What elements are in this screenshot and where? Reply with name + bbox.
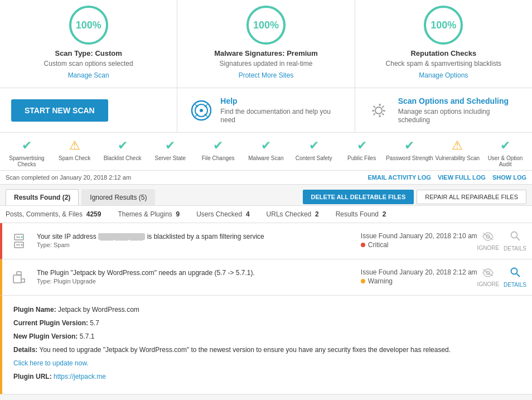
stat-title-1: Malware Signatures: Premium bbox=[186, 49, 346, 57]
status-links: EMAIL ACTIVITY LOG VIEW FULL LOG SHOW LO… bbox=[367, 174, 526, 181]
circle-container-2: 100% bbox=[364, 6, 524, 45]
scan-options-title-link[interactable]: Scan Options and Scheduling bbox=[398, 97, 521, 105]
result-item-warning: The Plugin "Jetpack by WordPress.com" ne… bbox=[0, 259, 532, 296]
gear-icon bbox=[366, 98, 391, 123]
new-version-value: 5.7.1 bbox=[80, 332, 95, 340]
scan-options-desc: Manage scan options including scheduling bbox=[398, 108, 490, 124]
posts-summary: Posts, Comments, & Files 4259 bbox=[6, 210, 101, 218]
delete-all-button[interactable]: DELETE ALL DELETABLE FILES bbox=[303, 190, 414, 204]
details-value: You need to upgrade "Jetpack by WordPres… bbox=[39, 346, 451, 354]
ignore-button-warning[interactable]: IGNORE bbox=[477, 267, 499, 287]
themes-summary: Themes & Plugins 9 bbox=[118, 210, 180, 218]
step-icon-8: ✔ bbox=[404, 138, 414, 153]
plugin-name-value: Jetpack by WordPress.com bbox=[58, 306, 139, 314]
search-icon-critical bbox=[510, 230, 521, 244]
step-label-1: Spam Check bbox=[59, 155, 90, 161]
stat-card-0: 100% Scan Type: Custom Custom scan optio… bbox=[0, 0, 177, 88]
svg-point-16 bbox=[511, 232, 517, 238]
scan-steps: ✔ Spamvertising Checks ⚠ Spam Check ✔ Bl… bbox=[0, 133, 532, 171]
urls-summary: URLs Checked 2 bbox=[267, 210, 319, 218]
svg-point-11 bbox=[21, 244, 23, 246]
warning-message: The Plugin "Jetpack by WordPress.com" ne… bbox=[37, 269, 361, 277]
tab-ignored-results[interactable]: Ignored Results (5) bbox=[81, 189, 155, 205]
stats-row: 100% Scan Type: Custom Custom scan optio… bbox=[0, 0, 532, 88]
result-actions-critical: IGNORE DETAILS bbox=[477, 230, 526, 252]
step-icon-9: ⚠ bbox=[452, 138, 463, 153]
details-label-critical: DETAILS bbox=[504, 245, 526, 252]
ignore-button-critical[interactable]: IGNORE bbox=[477, 231, 499, 251]
result-actions-warning: IGNORE DETAILS bbox=[477, 267, 526, 288]
stat-card-1: 100% Malware Signatures: Premium Signatu… bbox=[177, 0, 355, 88]
click-update-link[interactable]: Click here to update now. bbox=[13, 359, 89, 367]
svg-rect-18 bbox=[13, 275, 21, 283]
step-label-8: Password Strength bbox=[386, 155, 433, 161]
eye-icon bbox=[482, 231, 494, 244]
repair-all-button[interactable]: REPAIR ALL REPAIRABLE FILES bbox=[417, 190, 526, 204]
result-icon-plugin bbox=[8, 266, 30, 288]
svg-point-6 bbox=[200, 109, 203, 112]
scan-step-3: ✔ Server State bbox=[146, 138, 194, 161]
eye-icon-warning bbox=[482, 267, 494, 280]
new-version-label: New Plugin Version: bbox=[13, 332, 78, 340]
tabs-row: Results Found (2) Ignored Results (5) DE… bbox=[0, 185, 532, 206]
view-full-log-link[interactable]: VIEW FULL LOG bbox=[438, 174, 486, 181]
step-label-10: User & Option Audit bbox=[481, 155, 529, 167]
circle-1: 100% bbox=[246, 6, 286, 45]
manage-options-link[interactable]: Manage Options bbox=[419, 71, 468, 79]
critical-message-suffix: is blacklisted by a spam filtering servi… bbox=[147, 233, 264, 240]
svg-point-7 bbox=[375, 107, 382, 114]
scan-step-2: ✔ Blacklist Check bbox=[99, 138, 147, 161]
result-meta-warning: Issue Found January 20, 2018 2:12 am War… bbox=[361, 268, 477, 286]
help-desc: Find the documentation and help you need bbox=[220, 108, 330, 124]
email-activity-log-link[interactable]: EMAIL ACTIVITY LOG bbox=[367, 174, 431, 181]
show-log-link[interactable]: SHOW LOG bbox=[492, 174, 526, 181]
status-bar: Scan completed on January 20, 2018 2:12 … bbox=[0, 171, 532, 185]
step-label-0: Spamvertising Checks bbox=[3, 155, 51, 167]
current-version-label: Current Plugin Version: bbox=[13, 319, 88, 327]
plugin-url-link[interactable]: https://jetpack.me bbox=[54, 373, 106, 380]
scan-options-text: Scan Options and Scheduling Manage scan … bbox=[398, 97, 521, 124]
details-button-critical[interactable]: DETAILS bbox=[504, 230, 526, 252]
step-label-2: Blacklist Check bbox=[104, 155, 142, 161]
stat-title-2: Reputation Checks bbox=[364, 49, 524, 57]
plugin-name-label: Plugin Name: bbox=[13, 306, 56, 314]
svg-rect-19 bbox=[17, 272, 21, 275]
step-label-3: Server State bbox=[155, 155, 186, 161]
scan-step-10: ✔ User & Option Audit bbox=[481, 138, 529, 167]
action-bar: START NEW SCAN Help Find the documentati… bbox=[0, 88, 532, 133]
details-button-warning[interactable]: DETAILS bbox=[504, 267, 526, 288]
critical-message-prefix: Your site IP address bbox=[37, 233, 98, 240]
step-icon-0: ✔ bbox=[22, 138, 32, 153]
critical-type-label: Type: Spam bbox=[37, 242, 361, 248]
step-label-9: Vulnerability Scan bbox=[435, 155, 480, 161]
warning-type-label: Type: Plugin Upgrade bbox=[37, 278, 361, 285]
search-icon-warning bbox=[510, 267, 521, 281]
circle-container-1: 100% bbox=[186, 6, 346, 45]
scan-step-9: ⚠ Vulnerability Scan bbox=[433, 138, 481, 161]
ignore-label: IGNORE bbox=[477, 245, 499, 251]
critical-dot bbox=[361, 243, 365, 247]
scan-step-1: ⚠ Spam Check bbox=[51, 138, 99, 161]
svg-point-22 bbox=[511, 268, 517, 274]
critical-severity: Critical bbox=[361, 241, 389, 249]
critical-issue-date: Issue Found January 20, 2018 2:10 am bbox=[361, 232, 477, 240]
scan-options-item: Scan Options and Scheduling Manage scan … bbox=[355, 88, 532, 132]
help-title-link[interactable]: Help bbox=[220, 97, 343, 105]
stat-desc-0: Custom scan options selected bbox=[8, 60, 168, 68]
svg-point-10 bbox=[21, 237, 23, 238]
scan-step-4: ✔ File Changes bbox=[194, 138, 242, 161]
results-summary: Results Found 2 bbox=[336, 210, 386, 218]
protect-more-sites-link[interactable]: Protect More Sites bbox=[239, 71, 294, 79]
start-scan-button[interactable]: START NEW SCAN bbox=[11, 99, 108, 122]
detail-panel: Plugin Name: Jetpack by WordPress.com Cu… bbox=[0, 296, 532, 394]
circle-0: 100% bbox=[69, 6, 108, 45]
scan-step-0: ✔ Spamvertising Checks bbox=[3, 138, 51, 167]
step-icon-6: ✔ bbox=[309, 138, 319, 153]
warning-dot bbox=[361, 279, 365, 283]
manage-scan-link[interactable]: Manage Scan bbox=[68, 71, 109, 79]
details-label: Details: bbox=[13, 346, 37, 354]
step-icon-7: ✔ bbox=[357, 138, 367, 153]
tab-results-found[interactable]: Results Found (2) bbox=[6, 189, 79, 205]
step-label-7: Public Files bbox=[347, 155, 376, 161]
ignore-label-warning: IGNORE bbox=[477, 281, 499, 287]
